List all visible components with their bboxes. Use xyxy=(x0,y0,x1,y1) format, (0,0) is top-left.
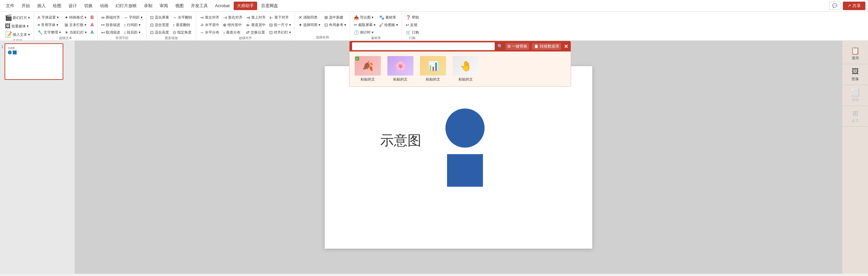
menu-item-design[interactable]: 设计 xyxy=(65,2,80,10)
fp-replace-btn[interactable]: ⊞ 一键替换 xyxy=(505,43,529,50)
menu-item-insert[interactable]: 插入 xyxy=(34,2,49,10)
justify-icon: ⇔ xyxy=(101,15,105,20)
ribbon-btn-align-slide[interactable]: ⊡对齐幻灯 ▾ xyxy=(268,29,293,36)
share-button[interactable]: ↗ 共享 xyxy=(843,2,865,10)
right-panel-label-shape: 形状 xyxy=(852,97,859,102)
menu-item-review[interactable]: 审阅 xyxy=(156,2,171,10)
ribbon-btn-current-slide[interactable]: ☀当前幻灯 ▾ xyxy=(63,29,88,36)
ribbon-group-spacing: ⇔两端对齐 ↔字间距 ▾ ↦段首缩进 ↕行间距 ▾ ↤取消缩进 ↕段后距 ▾ 常… xyxy=(98,13,147,40)
ribbon-btn-color-a-blue[interactable]: A xyxy=(89,29,95,36)
ribbon-btn-align-bottom[interactable]: ⫦靠下对齐 xyxy=(268,14,293,21)
ribbon-btn-indent[interactable]: ↦段首缩进 xyxy=(99,21,122,28)
menu-item-transition[interactable]: 切换 xyxy=(81,2,96,10)
ribbon-btn-fit-screen[interactable]: ⊡适合屏幕 xyxy=(149,14,170,21)
ribbon-btn-vflip[interactable]: ↕垂直翻转 xyxy=(171,21,194,28)
fp-item-2[interactable]: 🌸 粘贴的文 xyxy=(386,55,415,83)
menu-item-view[interactable]: 视图 xyxy=(172,2,187,10)
ribbon-btn-vcenter[interactable]: ⫢垂直居中 xyxy=(244,21,267,28)
clear-same-icon: ✕ xyxy=(299,15,302,20)
ribbon-btn-vdist[interactable]: ↕垂直分布 xyxy=(221,29,244,36)
ribbon-items-scale: ⊡适合屏幕 ↔水平翻转 ⊡适合宽度 ↕垂直翻转 ⊡适合高度 ⊙指定角度 xyxy=(149,14,194,36)
ribbon-btn-new-slide[interactable]: 🎬 新幻灯片 ▾ xyxy=(3,14,32,22)
ribbon-btn-align-right[interactable]: ⫣靠右对齐 xyxy=(221,14,244,21)
ribbon-btn-batch-media[interactable]: 🖼 批量媒体 ▾ xyxy=(3,22,32,30)
ribbon-group-supertext: A字体设置 ▾ ✦特殊格式 ▾ B ≡常用字体 ▾ ⊞文本打散 ▾ A 🔧文字整… xyxy=(34,13,98,40)
ribbon-btn-special-format[interactable]: ✦特殊格式 ▾ xyxy=(63,14,88,21)
fit-height-icon: ⊡ xyxy=(150,30,154,35)
search-icon[interactable]: 🔍 xyxy=(497,44,503,49)
menu-item-start[interactable]: 开始 xyxy=(18,2,33,10)
ribbon-btn-color-a-red[interactable]: A xyxy=(89,21,95,28)
slide-thumbnail-1[interactable]: 示意图 xyxy=(5,43,63,80)
menu-item-record[interactable]: 录制 xyxy=(141,2,156,10)
chat-button[interactable]: 💬 xyxy=(829,2,840,10)
ribbon-btn-common-font[interactable]: ≡常用字体 ▾ xyxy=(36,21,63,28)
ribbon-btn-fit-width[interactable]: ⊡适合宽度 xyxy=(149,21,170,28)
ribbon-btn-buy[interactable]: 🛒订购 xyxy=(404,29,421,36)
right-panel-item-image[interactable]: 🖼 图像 xyxy=(842,64,868,85)
menu-item-draw[interactable]: 绘图 xyxy=(50,2,65,10)
canvas-circle-shape[interactable] xyxy=(445,108,485,148)
fp-item-3[interactable]: 📊 粘贴的文 xyxy=(418,55,447,83)
right-panel-item-multipage[interactable]: ⊞ 多页 xyxy=(842,106,868,127)
ribbon-btn-text-organize[interactable]: 🔧文字整理 ▾ xyxy=(36,29,63,36)
ribbon-btn-line-spacing[interactable]: ↕行间距 ▾ xyxy=(122,21,144,28)
ribbon-btn-hdist[interactable]: ↔水平分布 xyxy=(198,29,221,36)
ribbon-btn-swap[interactable]: ⇄交换位置 xyxy=(244,29,267,36)
ribbon-btn-drawboard[interactable]: 🖊绘图板 ▾ xyxy=(377,21,400,28)
canvas-square-shape[interactable] xyxy=(447,154,483,187)
ribbon-btn-screenshot[interactable]: ✂截取屏幕 ▾ xyxy=(352,21,377,28)
ribbon-btn-hcenter[interactable]: ⫡水平居中 xyxy=(198,21,221,28)
ribbon-btn-asset-lib[interactable]: 🐾素材库 xyxy=(377,14,400,21)
ribbon-btn-char-spacing[interactable]: ↔字间距 ▾ xyxy=(122,14,144,21)
right-panel-item-shape[interactable]: ⬜ 形状 xyxy=(842,85,868,106)
ribbon-btn-font-settings[interactable]: A字体设置 ▾ xyxy=(36,14,63,21)
fp-close-btn[interactable]: ✕ xyxy=(564,43,568,49)
ribbon-btn-cancel-indent[interactable]: ↤取消缩进 xyxy=(99,29,122,36)
menu-item-file[interactable]: 文件 xyxy=(3,2,18,10)
ribbon-btn-clear-same[interactable]: ✕清除同类 xyxy=(297,14,322,21)
menu-item-devtools[interactable]: 开发工具 xyxy=(188,2,211,10)
ribbon-btn-export[interactable]: 📤导出图 ▾ xyxy=(352,14,377,21)
indent-icon: ↦ xyxy=(101,23,105,27)
fp-item-img-3: 📊 xyxy=(420,56,446,76)
fp-item-1[interactable]: 🍂 粘贴的文 xyxy=(353,55,382,83)
menu-item-slideshow[interactable]: 幻灯片放映 xyxy=(112,2,140,10)
menu-item-acrobat[interactable]: Acrobat xyxy=(212,2,233,9)
ribbon-group-assets: 📤导出图 ▾ 🐾素材库 ✂截取屏幕 ▾ 🖊绘图板 ▾ 🕐倒计时 ▾ 素材库 xyxy=(350,13,402,40)
ribbon-btn-justify[interactable]: ⇔两端对齐 xyxy=(99,14,122,21)
floating-panel-search[interactable] xyxy=(352,42,495,50)
special-format-icon: ✦ xyxy=(65,15,68,20)
slide-panel: 1 示意图 xyxy=(0,41,75,274)
ribbon-btn-insert-text[interactable]: 📝 插入文本 ▾ xyxy=(3,31,32,38)
ribbon-btn-select-new[interactable]: ⊞选中新建 xyxy=(323,14,348,21)
ribbon-btn-select-same[interactable]: ✦选择同类 ▾ xyxy=(297,21,322,28)
ribbon-btn-angle[interactable]: ⊙指定角度 xyxy=(171,29,194,36)
ribbon-btn-align-top[interactable]: ⫥靠上对齐 xyxy=(244,14,267,21)
menu-item-daoshi[interactable]: 大师助手 xyxy=(234,2,257,10)
ribbon-btn-countdown[interactable]: 🕐倒计时 ▾ xyxy=(352,29,377,36)
ribbon-btn-hflip[interactable]: ↔水平翻转 xyxy=(171,14,194,21)
ribbon-btn-abs-center[interactable]: ⊕绝对居中 xyxy=(221,21,244,28)
fp-item-4[interactable]: 🤚 粘贴的文 xyxy=(451,55,480,83)
insert-text-icon: 📝 xyxy=(5,32,12,37)
ribbon-btn-help[interactable]: ❓帮助 xyxy=(404,14,421,21)
ribbon-btn-para-spacing[interactable]: ↕段后距 ▾ xyxy=(122,29,144,36)
ribbon-btn-same-size[interactable]: ⊟统一尺寸 ▾ xyxy=(268,21,293,28)
group-label-supertext: 超级文本 xyxy=(59,36,72,40)
ribbon-btn-fit-height[interactable]: ⊡适合高度 xyxy=(149,29,170,36)
replace-icon: ⊞ xyxy=(507,44,511,48)
menu-item-animation[interactable]: 动画 xyxy=(97,2,112,10)
ribbon-btn-bold[interactable]: B xyxy=(89,14,95,21)
vdist-icon: ↕ xyxy=(223,30,225,35)
ribbon-btn-text-scatter[interactable]: ⊞文本打散 ▾ xyxy=(63,21,88,28)
ribbon-btn-feedback[interactable]: ↩反馈 xyxy=(404,21,421,28)
slide-canvas[interactable]: 示意图 xyxy=(325,66,592,249)
menu-item-baidu[interactable]: 百度网盘 xyxy=(258,2,281,10)
floating-panel-body: 🍂 粘贴的文 🌸 粘贴的文 📊 粘贴的文 xyxy=(349,51,571,87)
ribbon-btn-layout-ref[interactable]: ⊡布局参考 ▾ xyxy=(323,21,348,28)
align-right-icon: ⫣ xyxy=(223,15,227,20)
right-panel-item-universal[interactable]: 📋 通用 xyxy=(842,43,868,64)
fp-transfer-btn[interactable]: 📋 转移数据库 xyxy=(532,43,561,50)
ribbon-btn-align-left[interactable]: ⫤靠左对齐 xyxy=(198,14,221,21)
